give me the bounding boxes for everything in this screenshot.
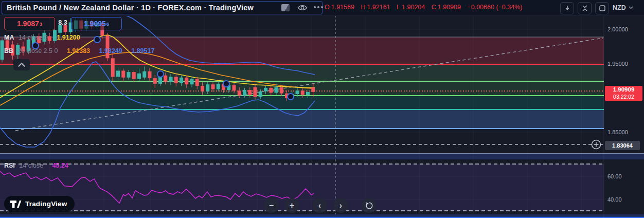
rsi-tick-60: 60.00: [607, 173, 622, 179]
ma-value: 1.91200: [57, 34, 80, 41]
collapse-panes-button[interactable]: [578, 2, 592, 14]
last-price-tag: 1.90909 03:22:02: [605, 86, 642, 101]
reset-icon: [365, 202, 373, 210]
rsi-value: 45.24: [52, 162, 68, 169]
price-tick-1_85000: 1.85000: [607, 129, 628, 135]
ask-price: 1.9095: [84, 20, 106, 28]
low-value: 1.90204: [402, 4, 425, 11]
bb-params: 20 close 2.5 0: [18, 47, 58, 55]
ask-price-button[interactable]: 1.90956: [71, 17, 122, 30]
price-tick-2_00000: 2.00000: [607, 26, 628, 32]
legend-rsi[interactable]: RSI 14 close 45.24: [4, 162, 68, 169]
high-label: H: [361, 4, 365, 11]
fullscreen-button[interactable]: [595, 2, 609, 14]
open-value: 1.91569: [331, 4, 354, 11]
reset-view-button[interactable]: [362, 198, 377, 213]
save-download-button[interactable]: [560, 2, 574, 14]
close-value: 1.90909: [438, 4, 461, 11]
zoom-out-button[interactable]: −: [264, 198, 279, 213]
rsi-params: 14 close: [19, 162, 43, 169]
tradingview-chart-window: British Pound / New Zealand Dollar · 1D …: [0, 0, 644, 218]
more-options-icon[interactable]: [314, 6, 323, 8]
ma-params: 14 close 0: [19, 34, 48, 41]
open-label: O: [325, 4, 330, 11]
tradingview-logo-text: TradingView: [25, 200, 67, 208]
legend-ma[interactable]: MA 14 close 0 1.91200: [4, 34, 80, 41]
ohlc-readout: O1.91569 H1.92161 L1.90204 C1.90909 −0.0…: [325, 4, 524, 11]
scroll-left-button[interactable]: ‹: [312, 198, 327, 213]
price-tick-1_95000: 1.95000: [607, 61, 628, 67]
collapse-legend-button[interactable]: [13, 59, 30, 70]
spread-value: 8.3: [55, 19, 71, 26]
window-buttons: [560, 2, 609, 14]
rsi-tick-40: 40.00: [607, 196, 622, 203]
scroll-right-button[interactable]: ›: [333, 198, 348, 213]
bid-price: 1.9087: [17, 20, 39, 28]
visibility-icon[interactable]: [297, 4, 308, 13]
bid-price-fraction: 3: [40, 21, 42, 27]
rsi-name: RSI: [4, 162, 15, 169]
symbol-title: British Pound / New Zealand Dollar · 1D …: [7, 4, 254, 12]
symbol-title-box[interactable]: British Pound / New Zealand Dollar · 1D …: [2, 1, 323, 14]
chevron-down-icon: [629, 6, 633, 9]
bb-basis-value: 1.91383: [67, 47, 90, 55]
bb-upper-value: 1.93249: [99, 47, 122, 55]
chevron-up-icon: [18, 63, 25, 70]
tradingview-logo-icon: [10, 199, 22, 209]
legend-bb[interactable]: BB 20 close 2.5 0 1.91383 1.93249 1.8951…: [4, 47, 154, 55]
zoom-in-button[interactable]: +: [284, 198, 299, 213]
symbol-thumbnail-icon[interactable]: [281, 4, 290, 11]
ma-name: MA: [4, 34, 14, 41]
close-label: C: [432, 4, 436, 11]
bb-name: BB: [4, 47, 13, 55]
top-toolbar: British Pound / New Zealand Dollar · 1D …: [0, 0, 644, 16]
low-label: L: [397, 4, 400, 11]
last-price-value: 1.90909: [605, 86, 642, 94]
change-value: −0.00660 (−0.34%): [467, 4, 522, 11]
quote-currency-dropdown[interactable]: NZD: [613, 4, 633, 11]
quote-currency-label: NZD: [613, 4, 626, 11]
level-price-tag: 1.83064: [605, 141, 640, 150]
high-value: 1.92161: [367, 4, 390, 11]
tradingview-logo[interactable]: TradingView: [4, 196, 75, 212]
ask-price-fraction: 6: [106, 21, 109, 27]
bb-lower-value: 1.89517: [131, 47, 154, 55]
price-chart-canvas[interactable]: [0, 0, 644, 218]
bar-countdown: 03:22:02: [605, 94, 642, 100]
bid-price-button[interactable]: 1.90873: [4, 17, 55, 30]
